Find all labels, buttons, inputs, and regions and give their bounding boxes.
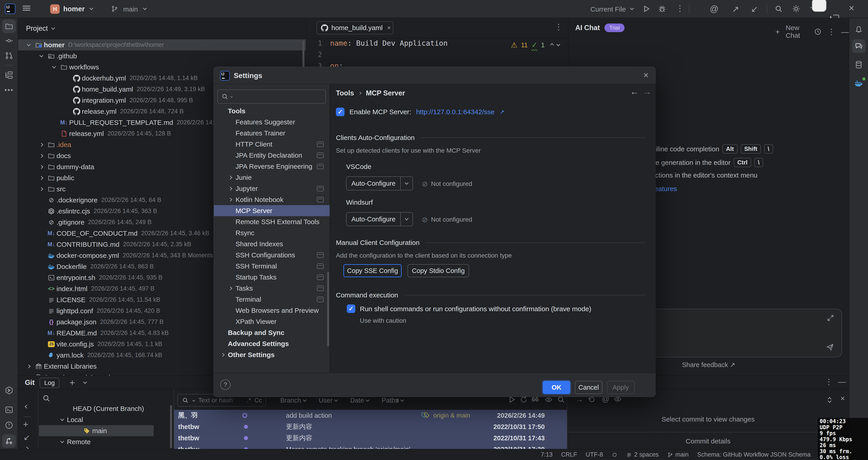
settings-tree-item[interactable]: Advanced Settings [214,338,330,349]
git-log-tab[interactable]: Log [39,378,59,388]
structure-tool-button[interactable] [2,68,16,82]
arrow-down-left-icon[interactable]: ↙ [24,433,30,442]
commit-row[interactable]: thetbw更新内容2022/10/31 17:50 [174,421,567,432]
branch-search-icon[interactable] [42,395,50,402]
editor-more-button[interactable]: ⋮ [555,22,563,32]
auto-configure-button-vscode[interactable]: Auto-Configure [346,176,413,191]
chat-more-icon[interactable]: ⋮ [828,27,835,36]
zoom-icon[interactable] [557,396,565,403]
refresh-icon[interactable] [520,396,528,403]
pull-requests-tool-button[interactable] [2,49,16,62]
settings-tree-item[interactable]: Shared Indexes [214,238,330,250]
editor-tab[interactable]: home_build.yaml × [316,21,393,34]
filter-branch[interactable]: Branch [280,397,306,404]
project-widget[interactable]: homer [63,5,85,13]
scrollbar[interactable] [170,405,172,448]
commit-row[interactable]: thetbw更新内容2022/10/31 17:43 [174,432,567,444]
regex-toggle[interactable]: .* [247,397,251,404]
auto-configure-button-windsurf[interactable]: Auto-Configure [346,212,413,226]
tree-chevron-icon[interactable] [24,44,33,46]
git-more-icon[interactable]: ⋮ [825,377,833,386]
ok-button[interactable]: OK [543,381,570,394]
chevron-down-icon[interactable] [51,26,55,30]
ai-chat-tool-button[interactable] [852,39,866,53]
collapse-icon[interactable] [25,405,29,409]
close-tab-icon[interactable]: × [387,24,391,31]
more-tools-button[interactable]: ••• [2,83,16,97]
apply-button[interactable]: Apply [607,381,634,394]
terminal-tool-button[interactable] [2,403,16,416]
tree-chevron-icon[interactable] [37,166,46,168]
match-case-toggle[interactable]: Cc [254,397,262,404]
main-menu-button[interactable] [23,4,30,12]
run-button[interactable] [643,5,650,13]
commit-tool-button[interactable] [2,34,16,48]
cancel-button[interactable]: Cancel [575,381,602,394]
status-2[interactable]: 2 spaces [626,451,659,458]
chat-history-icon[interactable] [814,28,822,35]
chevron-down-icon[interactable] [83,380,87,384]
status-schema[interactable]: Schema: GitHub Workflow JSON Schema [697,451,811,458]
forward-icon[interactable]: → [643,87,651,96]
notifications-button[interactable] [852,22,866,36]
dialog-close-icon[interactable]: × [643,70,649,80]
plus-icon[interactable]: + [775,27,780,36]
hide-git-panel-icon[interactable]: — [838,377,846,386]
commit-row[interactable]: 黑、羽add build actionorigin & main2026/2/2… [174,410,567,421]
tree-chevron-icon[interactable] [49,66,59,68]
close-button[interactable]: × [849,3,855,13]
branch-row[interactable]: main [39,425,154,436]
settings-tree-item[interactable]: Terminal [214,294,330,305]
filter-user[interactable]: User [319,397,338,404]
hide-panel-icon[interactable]: — [841,27,849,36]
filter-date[interactable]: Date [350,397,369,404]
add-branch-icon[interactable]: + [23,419,28,429]
prev-issue-icon[interactable] [550,43,554,47]
tree-chevron-icon[interactable] [225,187,236,190]
back-icon[interactable]: ← [630,87,639,96]
project-tree-row[interactable]: .github [18,51,306,61]
branch-row[interactable]: HEAD (Current Branch) [39,403,154,414]
ai-assistant-button[interactable]: @ [710,4,719,14]
enable-mcp-checkbox[interactable]: ✓ [336,108,344,116]
copy-stdio-config-button[interactable]: Copy Stdio Config [408,264,469,277]
expand-icon[interactable] [25,447,29,449]
chevron-icon[interactable] [57,419,67,421]
tree-chevron-icon[interactable] [225,287,236,290]
tree-chevron-icon[interactable] [24,365,33,368]
settings-tree-item[interactable]: Remote SSH External Tools [214,216,330,227]
tree-chevron-icon[interactable] [37,177,46,179]
send-icon[interactable] [826,343,834,351]
settings-tree-item[interactable]: Kotlin Notebook [214,194,330,205]
settings-tree-item[interactable]: Junie [214,172,330,183]
go-to-hash-icon[interactable] [508,396,516,403]
status-main[interactable]: main [667,451,689,458]
status-utf-8[interactable]: UTF-8 [586,451,603,458]
tree-chevron-icon[interactable] [217,353,228,356]
branch-row[interactable]: Remote [39,436,154,447]
project-tool-button[interactable] [2,20,16,33]
settings-button[interactable] [792,5,800,13]
arrow-up-right-icon[interactable]: ↗ [732,4,739,14]
settings-search-field[interactable] [217,90,326,104]
settings-tree-item[interactable]: JPA Entity Declaration [214,150,330,161]
search-everywhere-button[interactable] [775,5,782,13]
run-configuration-selector[interactable]: Current File [590,5,626,13]
tree-chevron-icon[interactable] [225,176,236,179]
view-options-icon[interactable] [545,396,553,403]
new-chat-button[interactable]: New Chat [786,24,808,39]
help-button[interactable]: ? [220,379,230,390]
settings-tree-item[interactable]: Other Settings [214,349,330,360]
settings-tree-item[interactable]: HTTP Client [214,139,330,150]
git-tool-button[interactable] [2,434,16,448]
settings-tree-item[interactable]: SSH Terminal [214,261,330,271]
settings-tree-item[interactable]: JPA Reverse Engineering [214,161,330,172]
branch-widget[interactable]: main [123,5,138,13]
commit-row[interactable]: thetbwMerge remote-tracking branch 'orig… [174,444,567,449]
intellisort-button[interactable]: ↓8 [391,397,399,404]
debug-button[interactable] [658,5,666,13]
settings-tree-item[interactable]: SSH Configurations [214,250,330,261]
scrollbar[interactable] [327,272,329,346]
status-crlf[interactable]: CRLF [561,451,577,458]
tree-chevron-icon[interactable] [37,154,46,157]
